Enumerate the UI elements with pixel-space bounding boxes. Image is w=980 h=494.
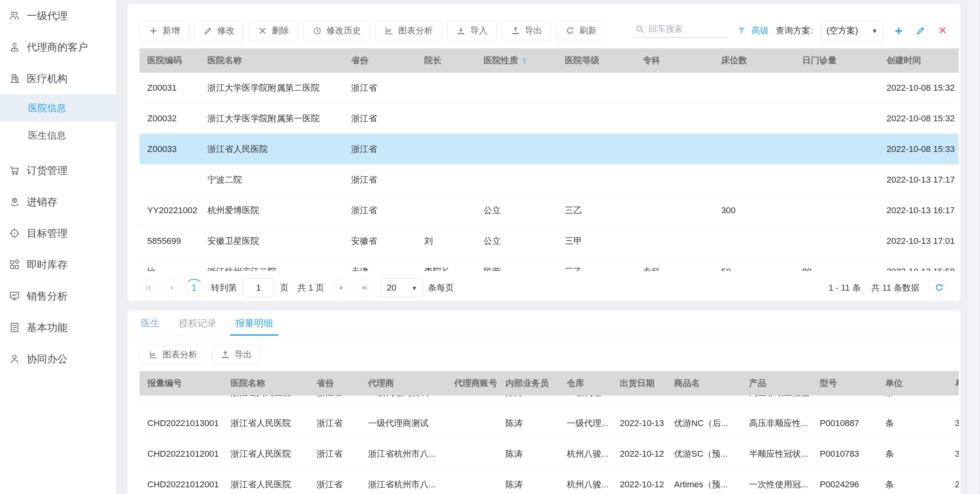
sidebar-item-agent-customers[interactable]: 代理商的客户 xyxy=(0,31,116,63)
column-header[interactable]: 内部业务员 xyxy=(498,377,559,389)
column-header[interactable]: 日门诊量 xyxy=(794,55,879,66)
hospital-table-body: Z00031浙江大学医学院附属第二医院浙江省2022-10-08 15:32Z0… xyxy=(139,73,959,271)
table-row[interactable]: CHD20221013001浙江省人民医院浙江省一级代理商测试陈涛一级代理...… xyxy=(139,408,959,439)
column-header[interactable]: 省份 xyxy=(343,55,416,66)
button-label: 导入 xyxy=(470,25,487,37)
table-row[interactable]: Z00033浙江省人民医院浙江省2022-10-08 15:33 xyxy=(139,134,959,165)
sidebar-item-basic-functions[interactable]: 基本功能 xyxy=(0,312,116,343)
column-header[interactable]: 出货日期 xyxy=(612,377,666,389)
delete-scheme-button[interactable]: ✕ xyxy=(936,24,949,37)
page-scrollbar[interactable] xyxy=(969,0,978,494)
query-scheme-value: (空方案) xyxy=(826,25,858,37)
column-header-label: 出货日期 xyxy=(620,377,654,389)
tab-volume-report-detail[interactable]: 报量明细 xyxy=(235,310,273,336)
add-scheme-button[interactable]: + xyxy=(892,24,905,37)
tab-authorization-records[interactable]: 授权记录 xyxy=(179,310,216,336)
advanced-link[interactable]: 高级 xyxy=(751,25,769,37)
filter-icon[interactable] xyxy=(736,26,747,36)
detail-chart-analysis-button[interactable]: 图表分析 xyxy=(139,345,206,364)
search-input[interactable] xyxy=(648,24,719,34)
search-box xyxy=(634,24,728,38)
edit-scheme-button[interactable] xyxy=(914,24,927,37)
edit-history-button[interactable]: 修改历史 xyxy=(303,21,370,40)
column-header[interactable]: 医院性质↑ xyxy=(476,55,557,66)
table-cell: 一级代理商测试 xyxy=(360,395,446,399)
column-header[interactable]: 医院名称 xyxy=(200,55,343,66)
sidebar-item-doctor-info[interactable]: 医生信息 xyxy=(0,122,116,149)
table-row[interactable]: Z00032浙江大学医学院附属第一医院浙江省2022-10-08 15:32 xyxy=(139,103,959,134)
last-page-button[interactable] xyxy=(355,279,374,297)
column-header[interactable]: 型号 xyxy=(812,377,877,389)
table-cell: 浙江省杭州市八... xyxy=(360,448,446,460)
table-row[interactable]: 比浙江杭州滨江二院天津李院长民营三乙专科50802022-10-13 15:58 xyxy=(139,256,959,271)
sidebar-item-purchase-sale-stock[interactable]: 进销存 xyxy=(0,186,116,218)
range-text: 1 - 11 条 xyxy=(828,282,861,294)
page-number-input[interactable] xyxy=(243,278,274,297)
table-row[interactable]: 宁波二院浙江省2022-10-13 17:17 xyxy=(139,165,959,195)
table-row[interactable]: CHD20221012001浙江省人民医院浙江省浙江省杭州市八...陈涛杭州八骏… xyxy=(139,439,959,469)
column-header[interactable]: 医院编码 xyxy=(139,55,200,66)
table-cell: 公立 xyxy=(476,205,557,216)
column-header[interactable]: 报量编号 xyxy=(139,377,223,389)
detail-export-button[interactable]: 导出 xyxy=(211,345,261,364)
column-header[interactable]: 床位数 xyxy=(713,55,794,66)
table-cell: Z00031 xyxy=(139,83,200,93)
column-header[interactable]: 产品 xyxy=(741,377,812,389)
sidebar-item-sales-analysis[interactable]: 销售分析 xyxy=(0,280,116,312)
query-scheme-select[interactable]: (空方案) ▼ xyxy=(821,21,883,40)
table-row[interactable]: CHD20221013001浙江省人民医院浙江省一级代理商测试陈涛一级代理...… xyxy=(139,395,959,408)
table-row[interactable]: CHD20221012001浙江省人民医院浙江省浙江省杭州市八...陈涛杭州八骏… xyxy=(139,469,959,494)
refresh-button[interactable]: 刷新 xyxy=(556,21,606,40)
column-header[interactable]: 代理商 xyxy=(360,377,446,389)
sidebar-item-label: 订货管理 xyxy=(27,164,68,177)
column-header[interactable]: 商品名 xyxy=(666,377,741,389)
first-page-button[interactable] xyxy=(139,279,158,297)
page-size-select[interactable]: 20 ▼ xyxy=(381,278,423,297)
column-header-label: 报量编号 xyxy=(147,377,182,389)
current-page-indicator[interactable]: 1 xyxy=(185,279,203,297)
column-header[interactable]: 单 xyxy=(947,377,959,389)
delete-button[interactable]: 删除 xyxy=(249,21,298,40)
sidebar-item-label: 医疗机构 xyxy=(27,72,68,86)
column-header[interactable]: 专科 xyxy=(635,55,713,66)
edit-button[interactable]: 修改 xyxy=(194,21,244,40)
tab-label: 报量明细 xyxy=(235,317,273,329)
sidebar: 一级代理 代理商的客户 医疗机构 医院信息 医生信息 订货管理 进销存 目标管理… xyxy=(0,0,117,494)
sidebar-item-realtime-stock[interactable]: 即时库存 xyxy=(0,249,116,280)
chart-analysis-button[interactable]: 图表分析 xyxy=(375,21,442,40)
sidebar-item-level1-agents[interactable]: 一级代理 xyxy=(0,0,116,31)
column-header[interactable]: 医院名称 xyxy=(223,377,309,389)
column-header[interactable]: 单位 xyxy=(877,377,947,389)
table-cell: 浙江省人民医院 xyxy=(223,395,309,399)
table-cell: P0010783 xyxy=(812,449,877,459)
table-cell: CHD20221012001 xyxy=(139,479,223,490)
table-cell: 浙江省 xyxy=(309,395,360,399)
export-button[interactable]: 导出 xyxy=(502,21,551,40)
import-button[interactable]: 导入 xyxy=(447,21,496,40)
table-row[interactable]: Z00031浙江大学医学院附属第二医院浙江省2022-10-08 15:32 xyxy=(139,73,959,103)
column-header[interactable]: 省份 xyxy=(309,377,360,389)
table-row[interactable]: 5855699安徽卫星医院安徽省刘公立三甲2022-10-13 17:01 xyxy=(139,226,959,256)
column-header[interactable]: 代理商账号 xyxy=(446,377,498,389)
column-header-label: 医院性质 xyxy=(484,55,518,66)
sidebar-item-order-management[interactable]: 订货管理 xyxy=(0,155,116,186)
add-button[interactable]: 新增 xyxy=(139,21,189,40)
table-cell: 5855699 xyxy=(139,236,200,246)
tab-doctor[interactable]: 医生 xyxy=(141,310,160,336)
next-page-button[interactable] xyxy=(333,279,351,297)
sidebar-item-label: 医生信息 xyxy=(28,129,66,142)
sidebar-item-collaborative-office[interactable]: 协同办公 xyxy=(0,343,116,375)
import-icon xyxy=(456,26,466,36)
column-header[interactable]: 医院等级 xyxy=(557,55,635,66)
sidebar-item-medical-org[interactable]: 医疗机构 xyxy=(0,63,116,94)
sidebar-item-target-management[interactable]: 目标管理 xyxy=(0,218,116,249)
column-header[interactable]: 院长 xyxy=(416,55,476,66)
reload-data-button[interactable] xyxy=(930,278,949,297)
total-count-text: 共 11 条数据 xyxy=(871,282,920,294)
prev-page-button[interactable] xyxy=(162,279,180,297)
sidebar-item-hospital-info[interactable]: 医院信息 xyxy=(0,94,116,122)
column-header[interactable]: 仓库 xyxy=(559,377,612,389)
table-row[interactable]: YY20221002杭州爱博医院浙江省公立三乙3002022-10-13 16:… xyxy=(139,195,959,226)
column-header-label: 创建时间 xyxy=(887,55,921,66)
column-header[interactable]: 创建时间 xyxy=(879,55,959,66)
